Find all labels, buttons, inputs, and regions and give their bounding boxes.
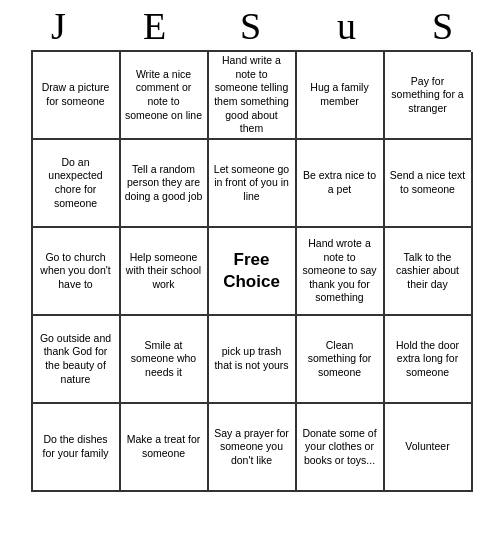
cell-r3c1[interactable]: Smile at someone who needs it [121,316,209,404]
cell-r2c1[interactable]: Help someone with their school work [121,228,209,316]
cell-r0c1[interactable]: Write a nice comment or note to someone … [121,52,209,140]
bingo-grid: Draw a picture for someoneWrite a nice c… [31,50,471,492]
cell-r3c2[interactable]: pick up trash that is not yours [209,316,297,404]
header-letter-2: S [207,4,295,48]
cell-r0c3[interactable]: Hug a family member [297,52,385,140]
header-letter-1: E [111,4,199,48]
cell-r1c0[interactable]: Do an unexpected chore for someone [33,140,121,228]
cell-r2c4[interactable]: Talk to the cashier about their day [385,228,473,316]
header-letter-0: J [15,4,103,48]
cell-r1c3[interactable]: Be extra nice to a pet [297,140,385,228]
cell-r2c2[interactable]: Free Choice [209,228,297,316]
cell-r4c4[interactable]: Volunteer [385,404,473,492]
cell-r4c3[interactable]: Donate some of your clothes or books or … [297,404,385,492]
cell-r4c2[interactable]: Say a prayer for someone you don't like [209,404,297,492]
cell-r2c0[interactable]: Go to church when you don't have to [33,228,121,316]
cell-r2c3[interactable]: Hand wrote a note to someone to say than… [297,228,385,316]
cell-r4c1[interactable]: Make a treat for someone [121,404,209,492]
cell-r3c3[interactable]: Clean something for someone [297,316,385,404]
bingo-header: JESuS [11,0,491,50]
cell-r1c2[interactable]: Let someone go in front of you in line [209,140,297,228]
cell-r1c4[interactable]: Send a nice text to someone [385,140,473,228]
cell-r1c1[interactable]: Tell a random person they are doing a go… [121,140,209,228]
header-letter-3: u [303,4,391,48]
cell-r0c4[interactable]: Pay for something for a stranger [385,52,473,140]
cell-r0c2[interactable]: Hand write a note to someone telling the… [209,52,297,140]
cell-r0c0[interactable]: Draw a picture for someone [33,52,121,140]
cell-r3c0[interactable]: Go outside and thank God for the beauty … [33,316,121,404]
cell-r3c4[interactable]: Hold the door extra long for someone [385,316,473,404]
header-letter-4: S [399,4,487,48]
cell-r4c0[interactable]: Do the dishes for your family [33,404,121,492]
